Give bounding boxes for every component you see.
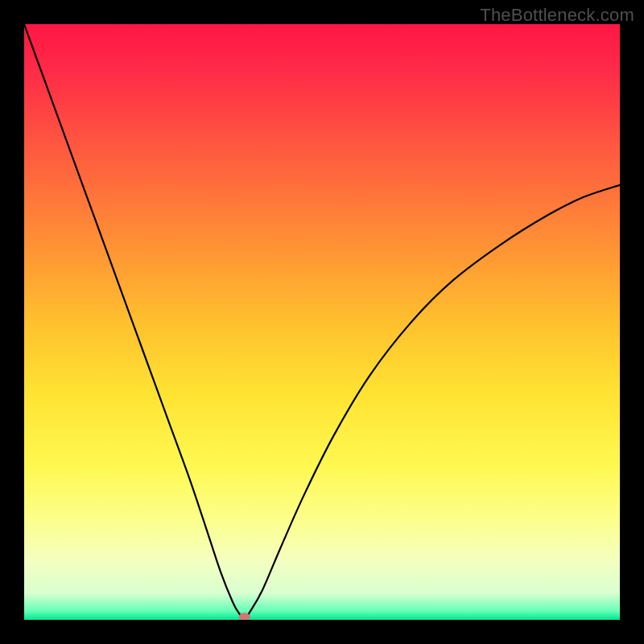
watermark-text: TheBottleneck.com [480, 5, 634, 26]
gradient-background [24, 24, 620, 620]
chart-frame: TheBottleneck.com [0, 0, 644, 644]
bottleneck-chart [24, 24, 620, 620]
